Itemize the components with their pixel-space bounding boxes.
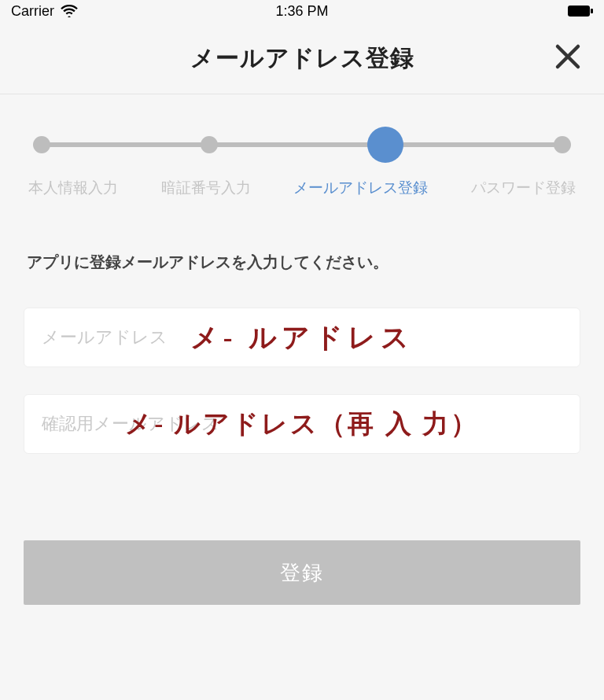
battery-icon bbox=[568, 6, 593, 17]
page-header: メールアドレス登録 bbox=[0, 22, 604, 94]
svg-rect-1 bbox=[591, 9, 593, 13]
progress-step-1-label: 本人情報入力 bbox=[28, 178, 118, 198]
progress-line bbox=[41, 142, 563, 147]
progress-indicator: 本人情報入力 暗証番号入力 メールアドレス登録 パスワード登録 bbox=[0, 94, 604, 212]
progress-labels: 本人情報入力 暗証番号入力 メールアドレス登録 パスワード登録 bbox=[28, 178, 576, 198]
progress-step-2-label: 暗証番号入力 bbox=[161, 178, 251, 198]
email-input-group: メ- ルアドレス bbox=[24, 308, 580, 367]
email-form: メ- ルアドレス メ- ルアドレス（再 入 力） bbox=[0, 281, 604, 454]
close-button[interactable] bbox=[551, 41, 585, 76]
progress-step-2-dot bbox=[201, 136, 218, 153]
email-field[interactable] bbox=[24, 308, 580, 367]
progress-step-4-dot bbox=[554, 136, 571, 153]
wifi-icon bbox=[61, 5, 78, 17]
instruction-text: アプリに登録メールアドレスを入力してください。 bbox=[0, 212, 604, 281]
status-right bbox=[568, 6, 593, 17]
progress-step-3-dot bbox=[367, 127, 403, 163]
svg-rect-0 bbox=[568, 6, 590, 17]
status-bar: Carrier 1:36 PM bbox=[0, 0, 604, 22]
progress-step-3-label: メールアドレス登録 bbox=[293, 178, 428, 198]
page-title: メールアドレス登録 bbox=[190, 42, 414, 75]
submit-button[interactable]: 登録 bbox=[24, 540, 580, 605]
progress-step-4-label: パスワード登録 bbox=[471, 178, 576, 198]
carrier-label: Carrier bbox=[11, 3, 54, 20]
progress-track bbox=[33, 126, 571, 164]
email-confirm-field[interactable] bbox=[24, 394, 580, 454]
email-confirm-input-group: メ- ルアドレス（再 入 力） bbox=[24, 394, 580, 454]
submit-wrap: 登録 bbox=[0, 481, 604, 605]
status-left: Carrier bbox=[11, 3, 78, 20]
progress-step-1-dot bbox=[33, 136, 50, 153]
status-time: 1:36 PM bbox=[275, 3, 328, 20]
close-icon bbox=[554, 43, 581, 73]
